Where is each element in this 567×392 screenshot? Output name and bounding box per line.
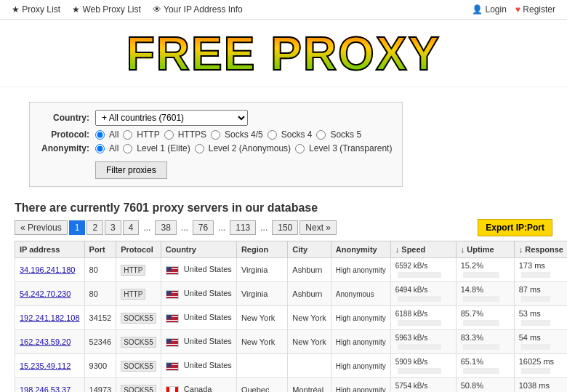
cell-country: United States [161, 258, 236, 282]
page-76-button[interactable]: 76 [193, 220, 214, 235]
protocol-socks45-radio[interactable] [211, 130, 220, 140]
cell-speed: 5754 kB/s [390, 378, 456, 393]
cell-uptime: 65.1% [456, 354, 514, 378]
page-113-button[interactable]: 113 [230, 220, 256, 235]
filter-box: Country: + All countries (7601) Protocol… [29, 102, 403, 187]
page-2-button[interactable]: 2 [87, 220, 103, 235]
nav-web-proxy-label: Web Proxy List [82, 4, 140, 15]
prev-button[interactable]: « Previous [15, 220, 68, 235]
flag-icon [166, 290, 179, 299]
speed-bar-bg [398, 368, 441, 374]
protocol-socks4-label: Socks 4 [281, 129, 313, 140]
cell-region: New York [236, 330, 287, 354]
star-icon: ★ [12, 4, 20, 15]
response-value: 1038 ms [519, 381, 550, 390]
th-region[interactable]: Region [236, 241, 287, 258]
star-icon-2: ★ [72, 4, 80, 15]
protocol-socks4-radio[interactable] [268, 130, 277, 140]
page-4-button[interactable]: 4 [123, 220, 140, 235]
page-150-button[interactable]: 150 [272, 220, 298, 235]
cell-response: 87 ms [514, 282, 567, 306]
nav-login[interactable]: 👤 Login [472, 4, 507, 15]
th-speed[interactable]: ↓ Speed [390, 241, 456, 258]
cell-response: 173 ms [514, 258, 567, 282]
cell-city: New York [288, 330, 331, 354]
protocol-socks5-label: Socks 5 [330, 129, 361, 140]
page-3-button[interactable]: 3 [105, 220, 121, 235]
cell-ip: 162.243.59.20 [15, 330, 85, 354]
cell-response: 53 ms [514, 306, 567, 330]
cell-anonymity: High anonymity [331, 330, 390, 354]
country-select[interactable]: + All countries (7601) [95, 110, 248, 126]
th-country[interactable]: Country [161, 241, 236, 258]
protocol-label: Protocol: [40, 129, 89, 140]
cell-speed: 6494 kB/s [390, 282, 456, 306]
country-name: United States [184, 313, 232, 321]
th-port[interactable]: Port [84, 241, 116, 258]
cell-response: 16025 ms [514, 354, 567, 378]
nav-proxy-list-label: Proxy List [22, 4, 60, 15]
speed-bar-bg [398, 320, 441, 326]
nav-web-proxy-list[interactable]: ★ Web Proxy List [72, 4, 141, 15]
anonymity-level2-radio[interactable] [195, 144, 204, 153]
anonymity-level3-label: Level 3 (Transparent) [309, 143, 392, 153]
protocol-socks45-label: Socks 4/5 [225, 129, 263, 140]
response-bar-bg [521, 272, 550, 278]
cell-uptime: 50.8% [456, 378, 514, 393]
anonymity-all-radio[interactable] [95, 144, 105, 153]
response-value: 53 ms [519, 309, 541, 318]
cell-uptime: 15.2% [456, 258, 514, 282]
export-button[interactable]: Export IP:Port [478, 219, 552, 236]
th-protocol[interactable]: Protocol [116, 241, 161, 258]
flag-icon [166, 362, 179, 371]
cell-city: Ashburn [288, 282, 331, 306]
nav-left: ★ Proxy List ★ Web Proxy List 👁 Your IP … [12, 4, 243, 15]
cell-region [236, 354, 287, 378]
uptime-value: 50.8% [461, 381, 483, 390]
cell-ip: 198.246.53.37 [15, 378, 85, 393]
uptime-value: 65.1% [461, 357, 483, 366]
uptime-bar-bg [463, 344, 499, 350]
pagination: « Previous 1 2 3 4 ... 38 ... 76 ... 113… [15, 220, 337, 235]
th-city[interactable]: City [288, 241, 331, 258]
dots-3: ... [215, 221, 228, 234]
response-value: 87 ms [519, 285, 541, 294]
nav-register-label: Register [523, 4, 555, 15]
next-button[interactable]: Next » [299, 220, 337, 235]
th-response[interactable]: ↓ Response [514, 241, 567, 258]
cell-anonymity: High anonymity [331, 378, 390, 393]
cell-anonymity: High anonymity [331, 306, 390, 330]
th-ip[interactable]: IP address [15, 241, 85, 258]
cell-response: 54 ms [514, 330, 567, 354]
speed-bar-bg [398, 296, 441, 302]
cell-protocol: HTTP [116, 258, 161, 282]
anonymity-level3-radio[interactable] [295, 144, 305, 153]
protocol-all-radio[interactable] [95, 130, 105, 140]
speed-bar-bg [398, 272, 441, 278]
cell-uptime: 83.3% [456, 330, 514, 354]
country-name: Canada [184, 385, 212, 392]
th-uptime[interactable]: ↓ Uptime [456, 241, 514, 258]
th-anonymity[interactable]: Anonymity [331, 241, 390, 258]
protocol-https-radio[interactable] [164, 130, 174, 140]
response-bar-bg [521, 344, 550, 350]
speed-bar-bg [398, 344, 441, 350]
count-line: There are currently 7601 proxy servers i… [15, 201, 552, 215]
nav-ip-address[interactable]: 👁 Your IP Address Info [153, 4, 243, 15]
cell-speed: 5963 kB/s [390, 330, 456, 354]
protocol-http-radio[interactable] [123, 130, 132, 140]
speed-value: 6592 kB/s [395, 262, 427, 270]
nav-proxy-list[interactable]: ★ Proxy List [12, 4, 60, 15]
filter-button[interactable]: Filter proxies [95, 161, 167, 179]
page-1-button[interactable]: 1 [69, 220, 86, 235]
cell-port: 80 [84, 258, 116, 282]
cell-anonymity: High anonymity [331, 354, 390, 378]
proxy-table-body: 34.196.241.180 80 HTTP United States Vir… [15, 258, 568, 393]
nav-register[interactable]: ♥ Register [515, 4, 555, 15]
cell-protocol: SOCKS5 [116, 306, 161, 330]
dots-2: ... [178, 221, 191, 234]
page-38-button[interactable]: 38 [155, 220, 176, 235]
anonymity-level1-radio[interactable] [123, 144, 132, 153]
anonymity-label: Anonymity: [40, 143, 89, 153]
protocol-socks5-radio[interactable] [316, 130, 326, 140]
